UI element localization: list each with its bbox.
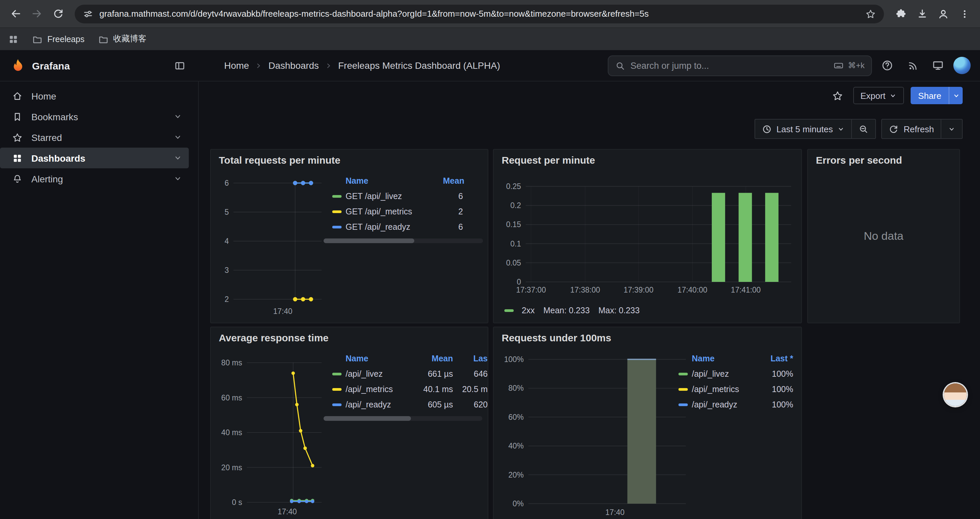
requests-under-100ms-chart[interactable]: 100%80%60%40%20%0%17:40 — [499, 350, 691, 518]
legend-col-name[interactable]: Name — [323, 354, 412, 363]
user-avatar[interactable] — [953, 57, 970, 74]
favorite-dashboard-button[interactable] — [829, 87, 846, 104]
series-name[interactable]: GET /api/_metrics — [345, 207, 443, 216]
browser-menu-button[interactable] — [955, 4, 975, 24]
series-last: 620 — [453, 400, 488, 409]
puzzle-icon — [895, 8, 906, 19]
total-requests-chart[interactable]: 6543217:40 — [216, 172, 328, 321]
series-last: 100% — [761, 369, 793, 378]
export-button[interactable]: Export — [853, 87, 904, 104]
reload-button[interactable] — [48, 4, 68, 24]
series-name[interactable]: 2xx — [522, 306, 535, 315]
forward-button[interactable] — [27, 4, 47, 24]
refresh-interval-button[interactable] — [941, 119, 963, 139]
scrollbar-thumb[interactable] — [323, 238, 414, 243]
chevron-down-icon[interactable] — [173, 133, 182, 142]
dashboard-content: Export Share Last 5 minute — [199, 81, 980, 519]
svg-text:0: 0 — [517, 278, 521, 286]
extensions-button[interactable] — [891, 4, 911, 24]
series-name[interactable]: GET /api/_readyz — [345, 222, 443, 232]
series-last: 100% — [761, 400, 793, 409]
bookmark-star-icon[interactable] — [865, 8, 876, 19]
time-range-button[interactable]: Last 5 minutes — [754, 119, 852, 139]
panel-average-response-time: Average response time 80 ms60 ms40 ms20 … — [210, 327, 488, 519]
panel-title[interactable]: Total requests per minute — [211, 150, 488, 166]
breadcrumb-home[interactable]: Home — [224, 60, 249, 71]
back-button[interactable] — [5, 4, 25, 24]
sidebar-item-home[interactable]: Home — [0, 86, 189, 106]
refresh-button[interactable]: Refresh — [881, 119, 941, 139]
chevron-down-icon[interactable] — [173, 153, 182, 162]
legend-table: Name Mean Las /api/_livez 661 µs 646 /ap… — [323, 351, 488, 421]
search-input[interactable]: Search or jump to... ⌘+k — [608, 55, 872, 76]
floating-avatar-widget[interactable] — [944, 383, 967, 406]
series-name[interactable]: /api/_metrics — [345, 385, 412, 394]
legend-col-mean[interactable]: Mean — [412, 354, 453, 363]
svg-text:17:40: 17:40 — [273, 307, 293, 316]
sidebar-item-starred[interactable]: Starred — [0, 127, 189, 148]
request-per-minute-chart[interactable]: 0.250.20.150.10.05017:37:0017:38:0017:39… — [496, 174, 798, 298]
series-name[interactable]: /api/_livez — [692, 369, 761, 378]
url-text[interactable]: grafana.mathmast.com/d/deytv4rwavabkb/fr… — [99, 9, 859, 19]
breadcrumb-dashboards[interactable]: Dashboards — [269, 60, 319, 71]
zoom-out-icon — [859, 124, 869, 134]
site-info-icon[interactable] — [83, 8, 94, 19]
svg-text:0.05: 0.05 — [506, 259, 521, 267]
screen-button[interactable] — [928, 56, 948, 75]
dashboards-grid-icon — [12, 153, 23, 163]
sidebar-item-dashboards[interactable]: Dashboards — [0, 148, 189, 168]
chevron-down-icon — [838, 125, 845, 133]
panel-title[interactable]: Request per minute — [494, 150, 801, 166]
legend-col-last[interactable]: Last * — [761, 354, 793, 363]
series-name[interactable]: /api/_readyz — [345, 400, 412, 409]
chevron-down-icon[interactable] — [173, 174, 182, 183]
search-icon — [615, 61, 625, 70]
time-range-group: Last 5 minutes — [754, 119, 876, 139]
average-response-time-chart[interactable]: 80 ms60 ms40 ms20 ms0 s17:40 — [216, 350, 328, 518]
legend-col-mean[interactable]: Mean — [443, 176, 483, 186]
series-swatch — [332, 403, 342, 406]
series-name[interactable]: GET /api/_livez — [345, 192, 443, 201]
news-button[interactable] — [903, 56, 923, 75]
series-name[interactable]: /api/_livez — [345, 369, 412, 378]
sidebar-item-alerting[interactable]: Alerting — [0, 168, 189, 189]
legend-col-last[interactable]: Las — [453, 354, 488, 363]
zoom-out-time-button[interactable] — [852, 119, 876, 139]
dock-menu-button[interactable] — [169, 56, 189, 75]
rss-icon — [907, 60, 918, 71]
svg-text:17:40: 17:40 — [277, 507, 297, 516]
scrollbar-thumb[interactable] — [323, 416, 411, 421]
address-bar[interactable]: grafana.mathmast.com/d/deytv4rwavabkb/fr… — [75, 4, 884, 23]
svg-text:4: 4 — [224, 237, 229, 246]
series-name[interactable]: /api/_readyz — [692, 400, 761, 409]
panel-title[interactable]: Requests under 100ms — [494, 327, 801, 343]
panel-errors-per-second: Errors per second No data — [807, 149, 960, 323]
chevron-down-icon — [948, 125, 955, 133]
svg-text:17:37:00: 17:37:00 — [516, 286, 546, 294]
sidebar-item-bookmarks[interactable]: Bookmarks — [0, 106, 189, 127]
legend-table: Name Last * /api/_livez 100% /api/_metri… — [678, 351, 793, 412]
panel-title[interactable]: Average response time — [211, 327, 488, 343]
legend-col-name[interactable]: Name — [678, 354, 761, 363]
share-button[interactable]: Share — [911, 87, 949, 104]
legend-scrollbar[interactable] — [323, 238, 483, 243]
series-mean: 605 µs — [412, 400, 453, 409]
apps-grid-icon[interactable] — [8, 34, 19, 45]
chevron-right-icon — [255, 62, 262, 69]
bookmark-item-blog[interactable]: 收藏博客 — [98, 34, 146, 45]
bookmark-item-freeleaps[interactable]: Freeleaps — [32, 34, 84, 45]
share-menu-button[interactable] — [949, 87, 963, 104]
help-button[interactable] — [877, 56, 897, 75]
downloads-button[interactable] — [912, 4, 932, 24]
no-data-message: No data — [808, 150, 959, 323]
series-name[interactable]: /api/_metrics — [692, 385, 761, 394]
grafana-brand[interactable]: Grafana — [11, 58, 70, 73]
chevron-down-icon[interactable] — [173, 112, 182, 121]
legend-scrollbar[interactable] — [323, 416, 482, 421]
dashboard-actions: Export Share — [829, 87, 963, 104]
sidebar-item-label: Home — [31, 91, 56, 101]
browser-toolbar-right — [891, 4, 975, 24]
legend-col-name[interactable]: Name — [323, 176, 443, 186]
series-swatch — [678, 372, 688, 375]
profile-button[interactable] — [933, 4, 953, 24]
